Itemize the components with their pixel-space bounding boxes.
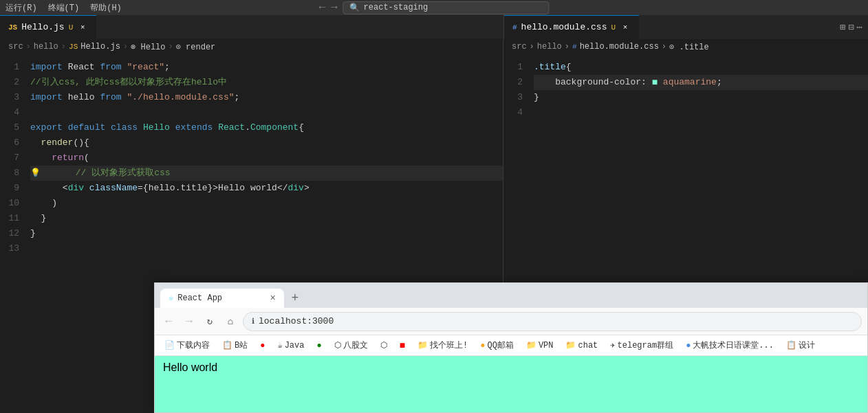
bookmark-label: telegram群组 <box>618 339 674 351</box>
browser-window: ⚛ React App × + ← → ↻ ⌂ ℹ localhost:3000… <box>154 282 868 413</box>
bookmark-icon: ☕ <box>277 340 282 350</box>
code-line-9: <div className={hello.title}>Hello world… <box>30 181 503 196</box>
bookmark-design[interactable]: 📋 设计 <box>782 338 819 353</box>
bookmark-icon: 📁 <box>565 340 576 350</box>
browser-tab-bar: ⚛ React App × + <box>155 283 867 308</box>
search-text: react-staging <box>364 3 428 12</box>
bookmark-icon: 📋 <box>222 340 232 350</box>
search-icon: 🔍 <box>349 3 360 13</box>
browser-tab-close[interactable]: × <box>270 293 276 304</box>
bookmark-job[interactable]: 📁 找个班上! <box>413 338 472 353</box>
line-numbers-left: 12345 678910 111213 <box>0 54 28 398</box>
tab-hello-js[interactable]: JS Hello.js U × <box>0 15 96 39</box>
bookmark-icon: 📁 <box>417 340 428 350</box>
address-bar[interactable]: ℹ localhost:3000 <box>243 312 862 331</box>
bookmark-telegram[interactable]: ✈ telegram群组 <box>606 338 677 353</box>
bookmark-icon: ⬡ <box>380 340 387 350</box>
nav-back[interactable]: ← <box>318 1 325 14</box>
bookmark-label: B站 <box>235 339 248 351</box>
left-breadcrumb: src › hello › JS Hello.js › ⊗ Hello › ⊙ … <box>0 39 503 54</box>
css-line-4 <box>534 105 868 120</box>
tab-modified-indicator: U <box>69 23 74 32</box>
bookmark-icon: ⬡ <box>334 340 341 350</box>
tab-hello-css-label: hello.module.css <box>521 22 607 32</box>
bookmark-hex[interactable]: ⬡ <box>376 339 391 352</box>
hello-world-text: Hello world <box>163 361 217 373</box>
bookmark-qq[interactable]: ● QQ邮箱 <box>476 338 518 353</box>
search-bar[interactable]: 🔍 react-staging <box>343 1 550 14</box>
menu-bar: 运行(R) 终端(T) 帮助(H) ← → 🔍 react-staging <box>0 0 868 15</box>
left-tabs: JS Hello.js U × <box>0 15 503 39</box>
code-line-12: } <box>30 226 503 241</box>
browser-content: Hello world <box>155 356 867 412</box>
lightbulb-icon[interactable]: 💡 <box>30 166 41 181</box>
bookmark-download[interactable]: 📄 下载内容 <box>160 338 214 353</box>
css-tab-modified: U <box>611 23 616 32</box>
css-icon: # <box>512 23 517 32</box>
bookmark-label: 八股文 <box>343 339 368 351</box>
home-button[interactable]: ⌂ <box>222 313 239 330</box>
forward-button[interactable]: → <box>181 313 197 330</box>
css-line-2: background-color: ■ aquamarine; <box>534 75 868 90</box>
tab-hello-css[interactable]: # hello.module.css U × <box>504 15 639 39</box>
browser-tab-react-app[interactable]: ⚛ React App × <box>160 289 284 308</box>
split-editor-icon[interactable]: ⊞ <box>840 21 845 33</box>
tab-hello-js-label: Hello.js <box>21 22 64 32</box>
bookmark-icon: ■ <box>400 340 405 351</box>
bookmark-java[interactable]: ☕ Java <box>273 339 308 352</box>
browser-nav: ← → ↻ ⌂ ℹ localhost:3000 <box>155 308 867 335</box>
bookmark-red-sq[interactable]: ■ <box>395 339 409 353</box>
bookmark-label: QQ邮箱 <box>487 339 513 351</box>
bookmark-icon: ● <box>260 341 265 350</box>
css-line-1: .title{ <box>534 60 868 75</box>
code-line-7: return( <box>30 150 503 166</box>
bookmark-baguwenstar[interactable]: ⬡ 八股文 <box>330 338 372 353</box>
right-breadcrumb: src › hello › # hello.module.css › ⊙ .ti… <box>503 39 868 54</box>
bookmark-dafan[interactable]: ● 大帆技术日语课堂... <box>682 338 778 353</box>
back-button[interactable]: ← <box>160 313 177 330</box>
tab-close-js[interactable]: × <box>77 22 88 33</box>
bookmark-label: 下载内容 <box>177 339 210 351</box>
bookmark-c[interactable]: ● <box>256 339 269 352</box>
tab-actions: ⊞ ⊟ ⋯ <box>840 15 868 39</box>
layout-icon[interactable]: ⊟ <box>848 21 854 33</box>
color-swatch: ■ <box>652 75 658 90</box>
security-icon: ℹ <box>252 317 254 326</box>
menu-run[interactable]: 运行(R) <box>6 2 37 14</box>
code-line-5: export default class Hello extends React… <box>30 120 503 135</box>
bookmark-chat[interactable]: 📁 chat <box>561 339 602 352</box>
bookmark-icon: ● <box>316 341 321 350</box>
new-tab-button[interactable]: + <box>285 289 305 308</box>
bookmark-label: 找个班上! <box>430 339 468 351</box>
code-line-4 <box>30 105 503 120</box>
bookmark-icon: ● <box>480 341 485 350</box>
menu-help[interactable]: 帮助(H) <box>90 2 122 14</box>
tab-close-css[interactable]: × <box>620 22 631 33</box>
bookmark-icon: ✈ <box>610 340 615 350</box>
bookmark-bilibili[interactable]: 📋 B站 <box>218 338 252 353</box>
browser-tab-label: React App <box>177 293 222 303</box>
code-line-11: } <box>30 211 503 226</box>
menu-terminal[interactable]: 终端(T) <box>48 2 80 14</box>
bookmark-label: chat <box>578 341 598 350</box>
nav-forward[interactable]: → <box>331 1 338 14</box>
right-tabs: # hello.module.css U × ⊞ ⊟ ⋯ <box>503 15 868 39</box>
code-line-10: ) <box>30 196 503 211</box>
more-actions-icon[interactable]: ⋯ <box>857 21 862 33</box>
url-text: localhost:3000 <box>259 316 334 326</box>
bookmark-icon: 📁 <box>526 340 536 350</box>
code-line-13 <box>30 241 503 256</box>
bookmark-green[interactable]: ● <box>312 339 325 352</box>
code-line-8: 💡 // 以对象形式获取css <box>30 166 503 181</box>
code-line-6: render(){ <box>30 135 503 150</box>
bookmark-icon: 📄 <box>164 340 175 350</box>
bookmark-label: Java <box>285 341 305 350</box>
code-line-3: import hello from "./hello.module.css"; <box>30 90 503 105</box>
code-line-1: import React from "react"; <box>30 60 503 75</box>
code-line-2: //引入css, 此时css都以对象形式存在hello中 <box>30 75 503 90</box>
refresh-button[interactable]: ↻ <box>202 313 218 330</box>
bookmark-icon: ● <box>686 341 691 350</box>
bookmark-icon: 📋 <box>786 340 796 350</box>
bookmark-vpn[interactable]: 📁 VPN <box>522 339 558 352</box>
bookmark-label: 大帆技术日语课堂... <box>693 339 774 351</box>
